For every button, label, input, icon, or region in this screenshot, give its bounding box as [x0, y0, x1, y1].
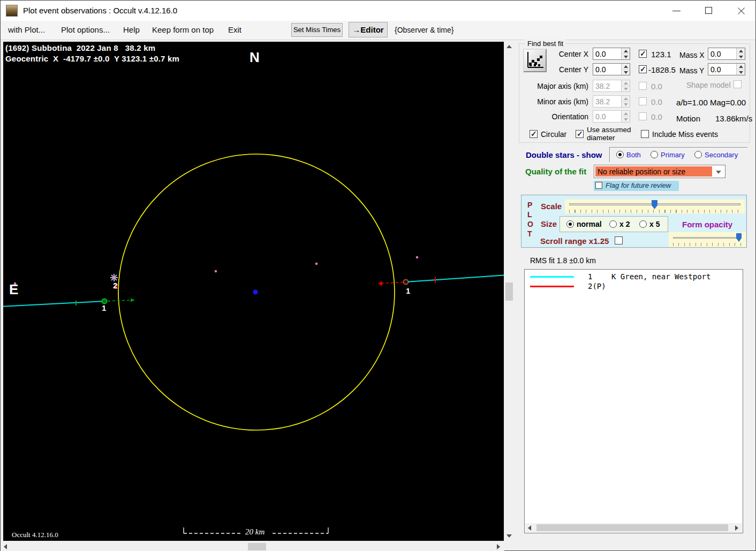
chord1-observed-line-right [408, 276, 504, 282]
scale-label: Scale [541, 202, 562, 211]
quality-selected-value: No reliable position or size [595, 166, 712, 177]
mass-x-value[interactable]: 0.0 [710, 50, 721, 58]
plot-graphics [3, 42, 504, 541]
major-axis-spinner[interactable]: 38.2 [593, 80, 630, 92]
major-axis-value: 38.2 [595, 82, 610, 90]
orientation-spinner[interactable]: 0.0 [593, 110, 630, 123]
center-y-spinner[interactable]: 0.0 [593, 63, 630, 75]
quality-dropdown-button[interactable] [713, 166, 724, 177]
field-star-dots [14, 256, 419, 285]
legend-horizontal-scrollbar[interactable] [525, 523, 742, 532]
form-opacity-label: Form opacity [682, 220, 732, 229]
scale-bar-label: 20 km [245, 527, 264, 537]
use-assumed-line2: diameter [587, 134, 615, 142]
menu-plot-options[interactable]: Plot options... [61, 25, 110, 34]
mass-y-value[interactable]: 0.0 [710, 65, 721, 74]
legend-item[interactable]: 2(P) [525, 281, 743, 291]
horizontal-scroll-thumb[interactable] [248, 543, 266, 550]
scroll-right-icon[interactable] [497, 544, 500, 549]
scale-slider-thumb[interactable] [652, 200, 657, 209]
plot-horizontal-scrollbar[interactable] [1, 542, 504, 551]
circular-checkbox[interactable] [530, 130, 538, 138]
scroll-left-icon[interactable] [4, 544, 7, 549]
chord1-observed-line [3, 301, 104, 307]
minor-axis-checkbox[interactable] [639, 97, 647, 105]
menu-help[interactable]: Help [123, 25, 140, 34]
flag-review-checkbox[interactable] [595, 182, 602, 189]
orientation-value: 0.0 [595, 112, 606, 121]
use-assumed-diameter-checkbox[interactable] [576, 130, 584, 138]
scale-slider-ticks [569, 210, 742, 213]
legend-item[interactable]: 1 K Green, near Westport [525, 272, 743, 281]
maximize-button[interactable] [697, 1, 721, 21]
observer-time-label: {Observer & time} [395, 26, 454, 34]
mass-y-spinner[interactable]: 0.0 [708, 63, 745, 75]
form-opacity-slider[interactable] [669, 232, 746, 247]
orientation-checkbox[interactable] [639, 112, 647, 120]
size-x2-label: x 2 [619, 220, 630, 228]
set-miss-times-button[interactable]: Set Miss Times [291, 23, 343, 37]
menu-bar: with Plot... Plot options... Help Keep f… [1, 21, 755, 40]
form-opacity-track[interactable] [673, 237, 742, 239]
double-stars-label: Double stars - show [526, 150, 602, 159]
menu-keep-form-on-top[interactable]: Keep form on top [152, 25, 214, 34]
mass-x-label: Mass X [679, 51, 705, 59]
size-x5-radio[interactable] [639, 220, 647, 228]
quality-dropdown[interactable]: No reliable position or size [594, 165, 725, 178]
plot-vertical-scrollbar[interactable] [504, 42, 514, 541]
double-stars-both-label: Both [626, 151, 641, 159]
center-x-spinner[interactable]: 0.0 [593, 48, 630, 60]
legend-item-name: K Green, near Westport [611, 272, 710, 281]
scroll-up-icon[interactable] [506, 45, 512, 48]
menu-with-plot[interactable]: with Plot... [8, 25, 45, 34]
plot-canvas[interactable]: (1692) Subbotina 2022 Jan 8 38.2 km Geoc… [3, 42, 504, 541]
center-x-value[interactable]: 0.0 [595, 50, 606, 58]
flag-review-row: Flag for future review [594, 181, 679, 191]
form-opacity-ticks [673, 243, 742, 246]
legend-item-number: 2(P) [588, 282, 606, 290]
north-label: N [250, 49, 260, 66]
ab-mag-label: a/b=1.00 Mag=0.00 [676, 98, 746, 107]
star2-label: 2 [113, 281, 117, 290]
double-stars-both-radio[interactable] [616, 151, 624, 158]
legend-listbox[interactable]: 1 K Green, near Westport 2(P) [524, 269, 743, 533]
plot-letter-o: O [527, 220, 533, 228]
close-button[interactable] [729, 1, 753, 21]
double-stars-primary-radio[interactable] [651, 151, 658, 158]
scroll-right-icon[interactable] [735, 525, 738, 531]
double-stars-primary-label: Primary [661, 151, 685, 159]
orientation-aux: 0.0 [651, 112, 662, 121]
minor-axis-aux: 0.0 [651, 97, 662, 106]
scroll-down-icon[interactable] [506, 534, 512, 538]
editor-button[interactable]: →Editor [349, 22, 388, 37]
include-miss-events-label: Include Miss events [652, 130, 718, 139]
major-axis-label: Major axis (km) [520, 82, 588, 90]
fit-x-checkbox[interactable] [639, 50, 647, 58]
major-axis-checkbox[interactable] [639, 82, 647, 90]
center-y-value[interactable]: 0.0 [595, 65, 606, 74]
minor-axis-value: 38.2 [595, 97, 610, 106]
legend-item-number: 1 [588, 272, 592, 281]
chord1-predicted-label: 1 [406, 286, 410, 295]
vertical-scroll-thumb[interactable] [505, 282, 513, 301]
menu-exit[interactable]: Exit [228, 25, 241, 34]
fit-y-checkbox[interactable] [639, 65, 647, 73]
scroll-left-icon[interactable] [528, 525, 531, 531]
double-stars-secondary-radio[interactable] [694, 151, 702, 158]
minor-axis-spinner[interactable]: 38.2 [593, 95, 630, 108]
mass-x-spinner[interactable]: 0.0 [708, 48, 745, 60]
scale-slider[interactable] [565, 200, 745, 213]
form-opacity-thumb[interactable] [736, 233, 742, 242]
minimize-button[interactable] [664, 1, 689, 21]
scroll-range-checkbox[interactable] [615, 236, 623, 244]
size-normal-radio[interactable] [566, 220, 574, 228]
chevron-down-icon [716, 171, 721, 174]
size-x2-radio[interactable] [609, 220, 617, 228]
size-label: Size [541, 219, 557, 228]
center-dot [253, 290, 258, 295]
include-miss-events-checkbox[interactable] [641, 130, 649, 138]
shape-model-checkbox[interactable] [734, 80, 742, 88]
chord1-extension-dashed [108, 300, 130, 301]
plot-letter-p: P [527, 201, 532, 209]
legend-scroll-thumb[interactable] [536, 524, 728, 531]
